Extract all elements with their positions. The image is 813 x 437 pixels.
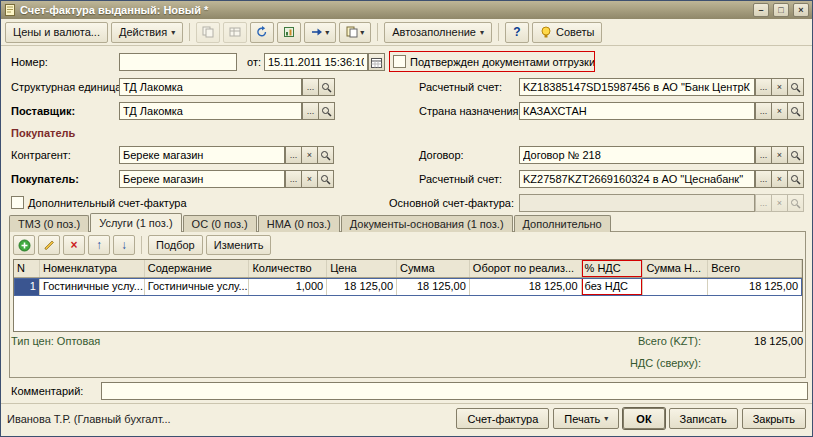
buyer-input[interactable] — [119, 170, 285, 188]
country-open-button[interactable] — [787, 102, 804, 120]
invoice-button[interactable]: Счет-фактура — [456, 408, 549, 429]
ok-button[interactable]: ОК — [623, 408, 664, 429]
close-button[interactable]: × — [793, 3, 809, 17]
contractor-select-button[interactable]: ... — [285, 146, 302, 164]
cell-n[interactable]: 1 — [14, 278, 40, 295]
tab-services[interactable]: Услуги (1 поз.) — [90, 213, 181, 232]
tab-os[interactable]: ОС (0 поз.) — [183, 215, 257, 232]
date-input[interactable] — [264, 53, 368, 71]
country-label: Страна назначения: — [419, 102, 522, 120]
minimize-button[interactable]: – — [753, 3, 769, 17]
country-clear-button[interactable]: × — [771, 102, 788, 120]
prices-currency-label: Цены и валюта... — [13, 26, 100, 38]
cell-nomenclature[interactable]: Гостиничные услу... — [40, 278, 145, 295]
settlement-account-clear-button[interactable]: × — [771, 78, 788, 96]
report-button[interactable] — [277, 22, 301, 43]
additional-invoice-checkbox[interactable] — [11, 196, 24, 209]
add-row-button[interactable] — [13, 235, 35, 255]
contract-open-button[interactable] — [787, 146, 804, 164]
contractor-input[interactable] — [119, 146, 285, 164]
edit-row-button[interactable] — [38, 235, 60, 255]
settlement-account-label: Расчетный счет: — [419, 78, 502, 96]
refresh-button[interactable] — [250, 22, 274, 43]
supplier-input[interactable] — [119, 102, 302, 120]
cell-turnover[interactable]: 18 125,00 — [470, 278, 582, 295]
actions-button[interactable]: Действия▾ — [111, 22, 183, 43]
cell-quantity[interactable]: 1,000 — [249, 278, 327, 295]
chevron-down-icon: ▾ — [604, 414, 608, 423]
settlement-account-select-button[interactable]: ... — [755, 78, 772, 96]
details-icon — [229, 26, 241, 38]
main-toolbar: Цены и валюта... Действия▾ ▾ ▾ Автозапол… — [1, 19, 812, 46]
country-select-button[interactable]: ... — [755, 102, 772, 120]
autofill-label: Автозаполнение — [392, 26, 476, 38]
buyer-select-button[interactable]: ... — [285, 170, 302, 188]
autofill-button[interactable]: Автозаполнение▾ — [384, 22, 492, 43]
print-button[interactable]: Печать▾ — [553, 408, 619, 429]
settlement-account-input[interactable] — [519, 78, 755, 96]
column-header-n: N — [14, 260, 40, 277]
cell-vat-sum[interactable] — [643, 278, 708, 295]
tab-basis-documents[interactable]: Документы-основания (1 поз.) — [341, 215, 513, 232]
price-type-label: Тип цен: Оптовая — [11, 335, 100, 347]
settlement-account-open-button[interactable] — [787, 78, 804, 96]
contract-input[interactable] — [519, 146, 755, 164]
main-invoice-select-button: ... — [755, 194, 772, 212]
buyer-clear-button[interactable]: × — [301, 170, 318, 188]
toolbar-separator — [189, 23, 190, 41]
structural-unit-open-button[interactable] — [318, 78, 335, 96]
copy-button[interactable] — [196, 22, 220, 43]
details-button[interactable] — [223, 22, 247, 43]
help-button[interactable]: ? — [505, 22, 529, 43]
calendar-button[interactable] — [368, 53, 385, 71]
cell-price[interactable]: 18 125,00 — [327, 278, 397, 295]
number-input[interactable] — [119, 53, 237, 71]
cell-sum[interactable]: 18 125,00 — [397, 278, 470, 295]
supplier-open-button[interactable] — [318, 102, 335, 120]
tab-nma[interactable]: НМА (0 поз.) — [258, 215, 340, 232]
cell-vat-rate[interactable]: без НДС — [582, 278, 644, 295]
country-input[interactable] — [519, 102, 755, 120]
related-documents-button[interactable]: ▾ — [339, 22, 371, 43]
close-form-button[interactable]: Закрыть — [742, 408, 806, 429]
maximize-button[interactable]: □ — [773, 3, 789, 17]
magnifier-icon — [790, 106, 801, 117]
table-row[interactable]: 1 Гостиничные услу... Гостиничные услу..… — [14, 278, 802, 296]
window-title: Счет-фактура выданный: Новый * — [20, 4, 208, 16]
pick-button[interactable]: Подбор — [148, 235, 203, 255]
buyer-account-input[interactable] — [519, 170, 755, 188]
report-icon — [283, 26, 295, 38]
main-invoice-input — [519, 194, 755, 212]
structural-unit-select-button[interactable]: ... — [302, 78, 319, 96]
contract-clear-button[interactable]: × — [771, 146, 788, 164]
buyer-account-select-button[interactable]: ... — [755, 170, 772, 188]
go-to-button[interactable]: ▾ — [304, 22, 336, 43]
tab-tmz[interactable]: ТМЗ (0 поз.) — [9, 215, 89, 232]
supplier-select-button[interactable]: ... — [302, 102, 319, 120]
move-up-button[interactable]: ↑ — [88, 235, 110, 255]
contractor-open-button[interactable] — [317, 146, 334, 164]
column-header-price: Цена — [327, 260, 397, 277]
magnifier-icon — [321, 106, 332, 117]
contractor-clear-button[interactable]: × — [301, 146, 318, 164]
delete-row-button[interactable]: × — [63, 235, 85, 255]
main-invoice-open-button — [787, 194, 804, 212]
buyer-account-open-button[interactable] — [787, 170, 804, 188]
comment-input[interactable] — [101, 382, 808, 400]
move-down-button[interactable]: ↓ — [113, 235, 135, 255]
related-documents-icon — [346, 26, 358, 38]
tab-additional[interactable]: Дополнительно — [514, 215, 611, 232]
cell-content[interactable]: Гостиничные услу... — [145, 278, 250, 295]
prices-currency-button[interactable]: Цены и валюта... — [5, 22, 108, 43]
buyer-account-clear-button[interactable]: × — [771, 170, 788, 188]
change-button[interactable]: Изменить — [206, 235, 272, 255]
magnifier-icon — [790, 174, 801, 185]
confirmed-checkbox[interactable] — [393, 55, 406, 68]
tips-button[interactable]: Советы — [532, 22, 602, 43]
save-button[interactable]: Записать — [669, 408, 738, 429]
contract-select-button[interactable]: ... — [755, 146, 772, 164]
structural-unit-input[interactable] — [119, 78, 302, 96]
toolbar-separator — [377, 23, 378, 41]
buyer-open-button[interactable] — [317, 170, 334, 188]
cell-total[interactable]: 18 125,00 — [708, 278, 802, 295]
